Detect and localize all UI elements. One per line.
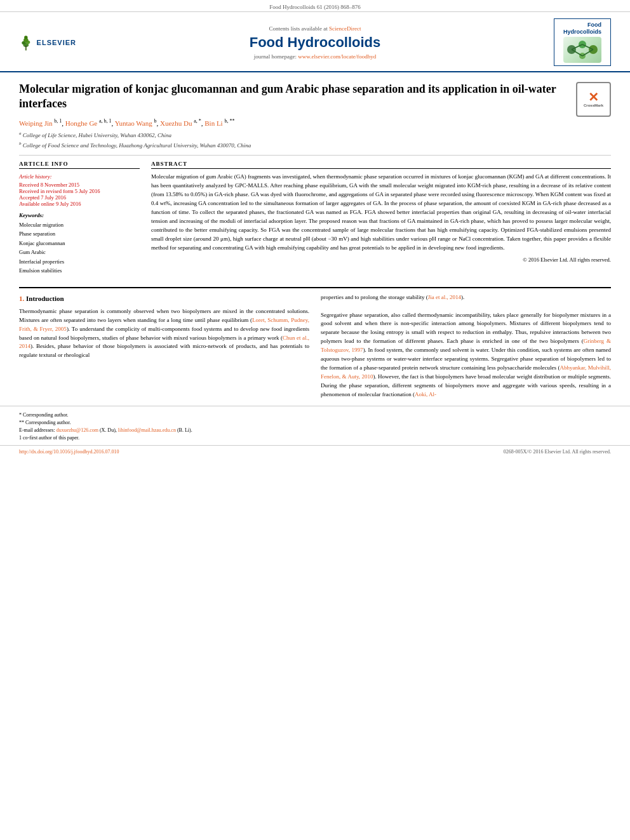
footnote-corresponding2: ** Corresponding author. xyxy=(19,419,611,427)
affiliation-b: College of Food Science and Technology, … xyxy=(23,142,251,149)
sciencedirect-line: Contents lists available at ScienceDirec… xyxy=(76,25,554,32)
email2-name: (B. Li). xyxy=(177,427,192,433)
received-date: Received 8 November 2015 xyxy=(19,182,140,188)
footnote-corresponding1: * Corresponding author. xyxy=(19,411,611,419)
intro-text-right: properties and to prolong the storage st… xyxy=(321,293,611,399)
homepage-prefix: journal homepage: xyxy=(254,53,298,60)
journal-homepage-line: journal homepage: www.elsevier.com/locat… xyxy=(76,53,554,60)
email-label: E-mail addresses: xyxy=(19,427,55,433)
logo-title: Food Hydrocolloids xyxy=(563,22,601,36)
page: Food Hydrocolloids 61 (2016) 868–876 ELS… xyxy=(0,0,630,840)
body-divider xyxy=(19,287,611,288)
article-history-block: Article history: Received 8 November 201… xyxy=(19,173,140,207)
footer-bar: http://dx.doi.org/10.1016/j.jfoodhyd.201… xyxy=(0,445,630,458)
crossmark-icon: ✕ xyxy=(588,91,599,103)
author-bin[interactable]: Bin Li xyxy=(204,119,222,126)
journal-title: Food Hydrocolloids xyxy=(76,34,554,51)
ref-chun[interactable]: Chun et al., 2014 xyxy=(19,335,309,350)
author-weiping[interactable]: Weiping Jin xyxy=(19,119,53,126)
keyword-2: Phase separation xyxy=(19,229,140,238)
article-title-text: Molecular migration of konjac glucomanna… xyxy=(19,83,556,110)
issn-text: 0268-005X/© 2016 Elsevier Ltd. All right… xyxy=(504,449,611,455)
email2[interactable]: lihinfood@mail.hzau.edu.cn xyxy=(118,427,176,433)
keyword-3: Konjac glucomannan xyxy=(19,239,140,248)
article-info-header: ARTICLE INFO xyxy=(19,161,140,169)
author-honghe[interactable]: Honghe Ge xyxy=(65,119,97,126)
journal-header-center: Contents lists available at ScienceDirec… xyxy=(76,25,554,60)
section-title-text: Introduction xyxy=(26,295,64,302)
divider-1 xyxy=(19,155,611,156)
logo-decoration-icon xyxy=(565,37,600,62)
received-revised-date: Received in revised form 5 July 2016 xyxy=(19,188,140,194)
footnote-cofirst: 1 co-first author of this paper. xyxy=(19,434,611,442)
history-label: Article history: xyxy=(19,173,140,182)
abstract-text: Molecular migration of gum Arabic (GA) f… xyxy=(151,173,611,252)
elsevier-text: ELSEVIER xyxy=(37,39,76,46)
available-date: Available online 9 July 2016 xyxy=(19,201,140,207)
ref-grinberg[interactable]: Grinberg & Tolstoguzov, 1997 xyxy=(321,338,611,353)
journal-citation: Food Hydrocolloids 61 (2016) 868–876 xyxy=(269,4,361,10)
author-yuntao[interactable]: Yuntao Wang xyxy=(115,119,152,126)
elsevier-logo: ELSEVIER xyxy=(19,30,76,55)
ref-aoki[interactable]: Aoki, Al- xyxy=(415,391,436,397)
doi-link[interactable]: http://dx.doi.org/10.1016/j.jfoodhyd.201… xyxy=(19,449,119,455)
abstract-header: ABSTRACT xyxy=(151,161,611,169)
svg-rect-0 xyxy=(25,47,27,50)
accepted-date: Accepted 7 July 2016 xyxy=(19,194,140,201)
author-xuezhu[interactable]: Xuezhu Du xyxy=(160,119,192,126)
authors-line: Weiping Jin b, 1, Honghe Ge a, b, 1, Yun… xyxy=(19,118,611,127)
svg-point-6 xyxy=(25,45,27,46)
sciencedirect-link[interactable]: ScienceDirect xyxy=(329,25,361,32)
abstract-col: ABSTRACT Molecular migration of gum Arab… xyxy=(151,161,611,275)
body-col-left: 1. Introduction Thermodynamic phase sepa… xyxy=(19,293,309,399)
keywords-label: Keywords: xyxy=(19,212,140,218)
footnotes: * Corresponding author. ** Corresponding… xyxy=(0,406,630,442)
keyword-6: Emulsion stabilities xyxy=(19,266,140,275)
intro-title: 1. Introduction xyxy=(19,293,309,304)
article-content: Molecular migration of konjac glucomanna… xyxy=(0,72,630,282)
affiliation-a: College of Life Science, Hubei Universit… xyxy=(23,132,171,138)
journal-logo-box: Food Hydrocolloids xyxy=(554,18,611,66)
intro-text-left: Thermodynamic phase separation is common… xyxy=(19,307,309,361)
copyright: © 2016 Elsevier Ltd. All rights reserved… xyxy=(151,257,611,263)
article-info-col: ARTICLE INFO Article history: Received 8… xyxy=(19,161,140,275)
info-abstract-cols: ARTICLE INFO Article history: Received 8… xyxy=(19,161,611,275)
ref-jia[interactable]: Jia et al., 2014 xyxy=(428,294,461,300)
keywords-section: Keywords: Molecular migration Phase sepa… xyxy=(19,212,140,276)
logo-image xyxy=(563,37,601,63)
citation-bar: Food Hydrocolloids 61 (2016) 868–876 xyxy=(0,0,630,12)
keyword-5: Interfacial properties xyxy=(19,257,140,266)
elsevier-tree-icon xyxy=(19,33,33,52)
ref-abhyankar[interactable]: Abhyankar, Mulvihill, Fenelon, & Auty, 2… xyxy=(321,364,611,380)
article-title-container: Molecular migration of konjac glucomanna… xyxy=(19,82,611,112)
body-columns: 1. Introduction Thermodynamic phase sepa… xyxy=(0,293,630,399)
homepage-link[interactable]: www.elsevier.com/locate/foodhyd xyxy=(298,53,376,60)
email1[interactable]: duxuezhu@126.com xyxy=(57,427,98,433)
crossmark-label: CrossMark xyxy=(584,103,603,109)
sciencedirect-prefix: Contents lists available at xyxy=(269,25,329,32)
journal-header: ELSEVIER Contents lists available at Sci… xyxy=(0,12,630,72)
ref-loret[interactable]: Loret, Schumm, Pudney, Frith, & Fryer, 2… xyxy=(19,317,309,332)
keyword-1: Molecular migration xyxy=(19,220,140,229)
svg-point-5 xyxy=(24,36,27,39)
crossmark-badge[interactable]: ✕ CrossMark xyxy=(576,82,611,117)
affiliations: a College of Life Science, Hubei Univers… xyxy=(19,130,611,150)
email1-name: (X. Du), xyxy=(100,427,117,433)
body-col-right: properties and to prolong the storage st… xyxy=(321,293,611,399)
keyword-4: Gum Arabic xyxy=(19,248,140,257)
section-number: 1. xyxy=(19,295,24,302)
footnote-email: E-mail addresses: duxuezhu@126.com (X. D… xyxy=(19,427,611,434)
